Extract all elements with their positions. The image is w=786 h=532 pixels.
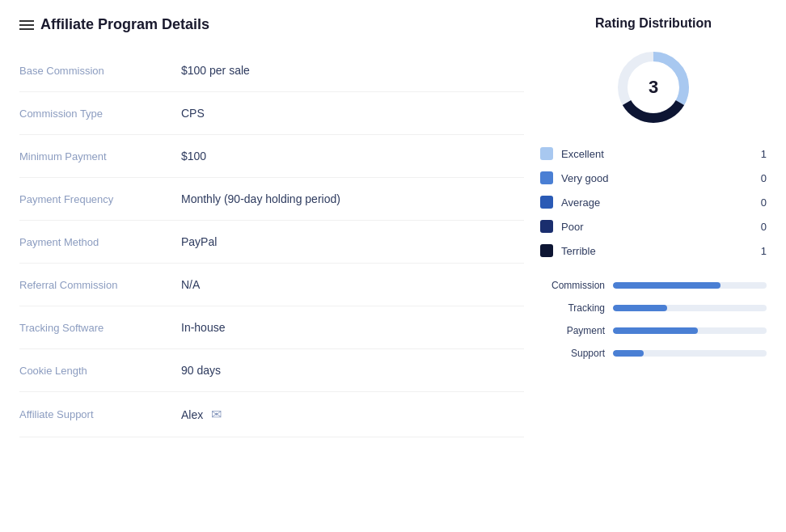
detail-row: Minimum Payment$100 (19, 135, 524, 178)
detail-value: $100 per sale (181, 64, 250, 77)
rating-color-dot (540, 220, 553, 233)
detail-row: Tracking SoftwareIn-house (19, 306, 524, 349)
detail-row: Affiliate SupportAlex✉ (19, 392, 524, 437)
left-panel: Affiliate Program Details Base Commissio… (19, 16, 524, 437)
progress-bar-bg (613, 350, 767, 357)
progress-item: Payment (540, 325, 767, 336)
detail-value: CPS (181, 107, 205, 120)
detail-value: In-house (181, 321, 225, 334)
detail-row: Base Commission$100 per sale (19, 49, 524, 92)
detail-value: $100 (181, 150, 206, 163)
progress-bar-bg (613, 327, 767, 334)
detail-label: Tracking Software (19, 322, 181, 334)
rating-color-dot (540, 171, 553, 184)
progress-bar-fill (613, 327, 698, 334)
progress-bar-fill (613, 282, 720, 289)
rating-count: 1 (761, 148, 767, 160)
rating-name: Excellent (561, 148, 761, 160)
detail-row: Payment FrequencyMonthly (90-day holding… (19, 178, 524, 221)
rating-name: Very good (561, 172, 761, 184)
detail-value: PayPal (181, 235, 217, 248)
detail-label: Base Commission (19, 65, 181, 77)
progress-item: Commission (540, 280, 767, 291)
progress-label: Commission (540, 280, 605, 291)
rating-color-dot (540, 196, 553, 209)
donut-total: 3 (649, 77, 658, 98)
progress-bar-fill (613, 305, 667, 311)
rating-color-dot (540, 244, 553, 257)
detail-label: Minimum Payment (19, 150, 181, 163)
details-list: Base Commission$100 per saleCommission T… (19, 49, 524, 437)
progress-bar-bg (613, 305, 767, 311)
progress-label: Support (540, 348, 605, 359)
rating-item: Terrible1 (540, 244, 767, 257)
rating-color-dot (540, 147, 553, 160)
rating-name: Terrible (561, 245, 761, 257)
progress-item: Tracking (540, 302, 767, 314)
rating-count: 0 (761, 172, 767, 184)
detail-value: Monthly (90-day holding period) (181, 192, 340, 205)
detail-label: Referral Commission (19, 279, 181, 291)
right-panel: Rating Distribution 3 Excellent1Very goo… (540, 16, 767, 437)
progress-bar-bg (613, 282, 767, 289)
rating-title: Rating Distribution (540, 16, 767, 31)
rating-item: Average0 (540, 196, 767, 209)
rating-name: Average (561, 196, 761, 209)
rating-item: Poor0 (540, 220, 767, 233)
detail-label: Payment Method (19, 236, 181, 248)
rating-item: Excellent1 (540, 147, 767, 160)
detail-value: 90 days (181, 364, 221, 377)
page-header: Affiliate Program Details (19, 16, 524, 33)
detail-label: Commission Type (19, 108, 181, 120)
detail-row: Payment MethodPayPal (19, 221, 524, 264)
donut-chart-container: 3 (540, 47, 767, 128)
progress-bar-fill (613, 350, 644, 357)
detail-label: Affiliate Support (19, 408, 181, 420)
detail-label: Payment Frequency (19, 193, 181, 205)
rating-count: 1 (761, 245, 767, 257)
rating-name: Poor (561, 221, 761, 233)
page-title: Affiliate Program Details (40, 16, 209, 33)
email-icon[interactable]: ✉ (211, 407, 222, 422)
detail-row: Commission TypeCPS (19, 92, 524, 135)
detail-row: Referral CommissionN/A (19, 264, 524, 306)
progress-label: Tracking (540, 302, 605, 314)
detail-label: Cookie Length (19, 365, 181, 377)
detail-value: Alex✉ (181, 407, 222, 422)
detail-value: N/A (181, 278, 200, 291)
detail-row: Cookie Length90 days (19, 349, 524, 392)
donut-chart: 3 (613, 47, 694, 128)
rating-count: 0 (761, 221, 767, 233)
progress-section: CommissionTrackingPaymentSupport (540, 280, 767, 359)
progress-label: Payment (540, 325, 605, 336)
progress-item: Support (540, 348, 767, 359)
rating-item: Very good0 (540, 171, 767, 184)
rating-count: 0 (761, 196, 767, 209)
menu-icon[interactable] (19, 20, 34, 30)
rating-list: Excellent1Very good0Average0Poor0Terribl… (540, 147, 767, 257)
